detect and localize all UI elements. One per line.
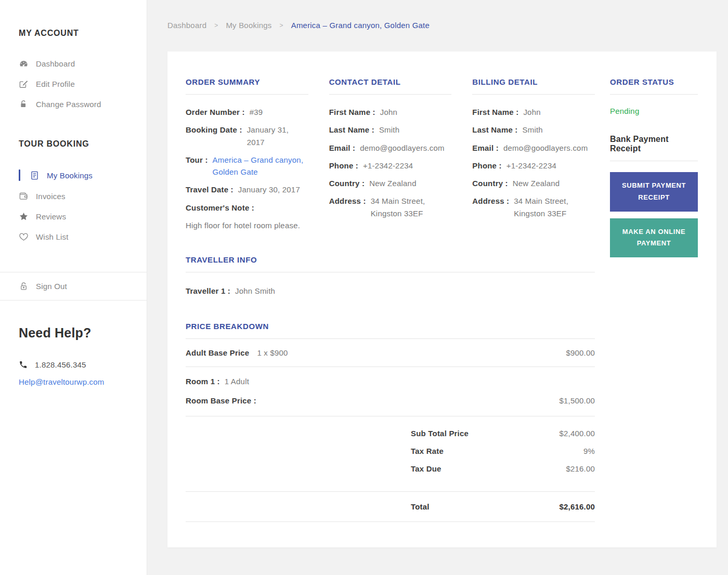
billing-detail-title: BILLING DETAIL [472,77,595,86]
billing-address-row: Address : 34 Main Street, Kingston 33EF [472,195,595,219]
order-status-section: ORDER STATUS Pending Bank Payment Receip… [610,77,698,524]
sidebar-item-label: My Bookings [47,171,93,180]
breadcrumb-my-bookings[interactable]: My Bookings [226,21,271,30]
tax-due-label: Tax Due [411,464,441,473]
field-label: Email : [472,142,499,154]
sign-out-label: Sign Out [36,282,67,291]
room-base-price-amount: $1,500.00 [559,395,595,407]
booking-menu: My Bookings Invoices Reviews Wish List [0,164,147,247]
field-label: Country : [472,177,508,189]
bank-payment-receipt-label: Bank Payment Receipt [610,135,698,153]
booking-date-label: Booking Date : [186,124,242,148]
sidebar-item-invoices[interactable]: Invoices [0,186,147,206]
sidebar-item-change-password[interactable]: Change Password [0,94,147,114]
field-value: demo@goodlayers.com [360,142,444,154]
billing-detail-section: BILLING DETAIL First Name : John Last Na… [472,77,595,231]
field-label: First Name : [472,106,518,118]
contact-phone-row: Phone : +1-2342-2234 [329,160,452,172]
help-phone-number: 1.828.456.345 [35,360,86,369]
totals-block: Sub Total Price $2,400.00 Tax Rate 9% Ta… [186,416,595,491]
traveller-row: Traveller 1 : John Smith [186,272,595,297]
sidebar: MY ACCOUNT Dashboard Edit Profile Change… [0,0,147,575]
total-amount: $2,616.00 [559,502,595,511]
edit-icon [19,79,29,89]
price-breakdown-title: PRICE BREAKDOWN [186,322,595,331]
room-label: Room 1 : [186,375,220,387]
star-icon [19,212,29,221]
sidebar-item-wish-list[interactable]: Wish List [0,227,147,247]
subtotal-amount: $2,400.00 [559,429,595,438]
billing-country-row: Country : New Zealand [472,177,595,189]
bookings-icon [30,171,40,180]
field-value: Smith [379,124,399,136]
breadcrumb-dashboard[interactable]: Dashboard [167,21,206,30]
lock-icon [19,99,29,109]
total-row: Total $2,616.00 [411,492,595,521]
order-number-row: Order Number : #39 [186,106,308,118]
sidebar-item-label: Dashboard [36,59,75,68]
order-number-value: #39 [250,106,263,118]
customer-note-label: Customer's Note : [186,202,254,214]
field-label: Country : [329,177,365,189]
field-value: 34 Main Street, Kingston 33EF [514,195,568,219]
billing-first-name-row: First Name : John [472,106,595,118]
travel-date-label: Travel Date : [186,184,233,195]
field-label: Last Name : [329,124,374,136]
room-occupancy: 1 Adult [225,375,249,387]
tour-row: Tour : America – Grand canyon, Golden Ga… [186,154,308,178]
tour-label: Tour : [186,154,208,178]
field-value: +1-2342-2234 [363,160,413,172]
divider [610,161,698,161]
account-menu: Dashboard Edit Profile Change Password [0,54,147,114]
adult-base-price-qty: 1 x $900 [257,348,288,357]
contact-email-row: Email : demo@goodlayers.com [329,142,452,154]
traveller-info-section: TRAVELLER INFO Traveller 1 : John Smith [186,255,595,297]
contact-first-name-row: First Name : John [329,106,452,118]
field-value: +1-2342-2234 [506,160,556,172]
divider [329,94,452,95]
field-label: Phone : [472,160,501,172]
customer-note-text: High floor for hotel room please. [186,219,308,231]
billing-phone-row: Phone : +1-2342-2234 [472,160,595,172]
sidebar-item-dashboard[interactable]: Dashboard [0,54,147,74]
sidebar-item-my-bookings[interactable]: My Bookings [0,164,147,186]
field-value: John [380,106,397,118]
order-number-label: Order Number : [186,106,245,118]
sidebar-item-label: Invoices [36,192,66,201]
divider [186,94,308,95]
contact-detail-section: CONTACT DETAIL First Name : John Last Na… [329,77,452,231]
make-online-payment-button[interactable]: MAKE AN ONLINE PAYMENT [610,218,698,258]
sidebar-item-edit-profile[interactable]: Edit Profile [0,74,147,94]
breadcrumb: Dashboard > My Bookings > America – Gran… [167,21,717,30]
divider [472,94,595,95]
tour-link[interactable]: America – Grand canyon, Golden Gate [213,154,304,178]
chevron-right-icon: > [279,22,283,29]
my-account-title: MY ACCOUNT [19,29,147,38]
sidebar-item-label: Wish List [36,232,69,241]
room-row: Room 1 : 1 Adult [186,375,595,387]
phone-icon [19,360,28,369]
field-value: New Zealand [513,177,560,189]
divider [610,94,698,95]
submit-payment-receipt-button[interactable]: SUBMIT PAYMENT RECEIPT [610,172,698,212]
breadcrumb-current-tour[interactable]: America – Grand canyon, Golden Gate [291,21,430,30]
field-value: John [523,106,540,118]
contact-address-row: Address : 34 Main Street, Kingston 33EF [329,195,452,219]
room-block: Room 1 : 1 Adult Room Base Price : $1,50… [186,367,595,416]
card-left: ORDER SUMMARY Order Number : #39 Booking… [186,77,595,524]
room-base-price-label: Room Base Price : [186,395,256,407]
total-label: Total [411,502,430,511]
adult-base-price-amount: $900.00 [566,348,595,357]
sidebar-item-reviews[interactable]: Reviews [0,206,147,227]
tax-rate-value: 9% [583,447,595,455]
travel-date-value: January 30, 2017 [238,184,300,195]
field-value: New Zealand [369,177,417,189]
field-label: Address : [329,195,366,219]
tax-rate-label: Tax Rate [411,447,444,455]
field-label: Email : [329,142,356,154]
need-help-title: Need Help? [19,325,128,341]
help-email-link[interactable]: Help@traveltourwp.com [19,377,104,386]
sidebar-item-label: Edit Profile [36,80,75,88]
heart-icon [19,232,29,242]
sidebar-item-sign-out[interactable]: Sign Out [0,272,147,300]
